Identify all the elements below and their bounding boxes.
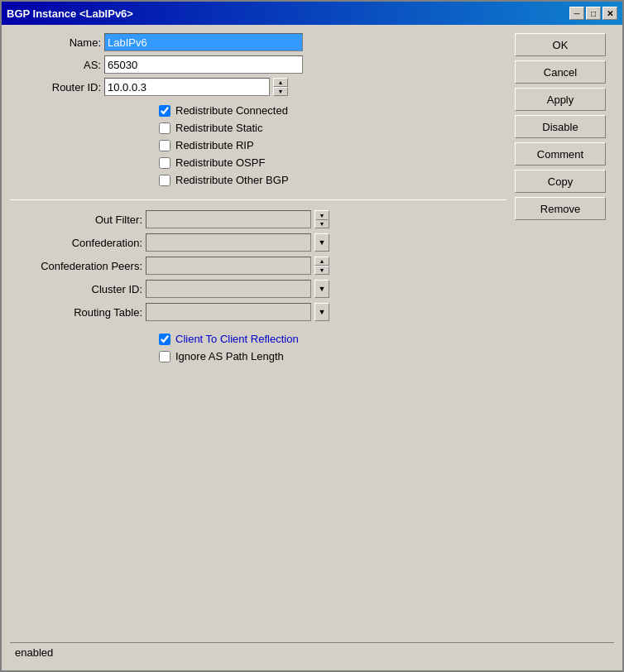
confederation-peers-row: Confederation Peers: ▲ ▼ — [10, 257, 506, 275]
cluster-id-dropdown-button[interactable]: ▼ — [314, 280, 329, 298]
cluster-id-input[interactable] — [146, 280, 311, 298]
redistribute-rip-checkbox[interactable] — [159, 140, 170, 151]
redistribute-other-bgp-label: Redistribute Other BGP — [175, 174, 289, 186]
left-panel: Name: AS: Router ID: ▲ ▼ — [10, 33, 506, 637]
redistribute-ospf-label: Redistribute OSPF — [175, 156, 265, 169]
as-input[interactable] — [104, 55, 303, 74]
router-id-label: Router ID: — [10, 81, 101, 94]
window-title: BGP Instance <LabIPv6> — [7, 7, 133, 20]
status-text: enabled — [15, 646, 53, 659]
router-id-down-button[interactable]: ▼ — [273, 87, 288, 96]
title-bar-buttons: ─ □ ✕ — [569, 7, 617, 20]
out-filter-row: Out Filter: ▼ ▼ — [10, 210, 506, 228]
close-button[interactable]: ✕ — [602, 7, 617, 20]
out-filter-label: Out Filter: — [10, 214, 142, 226]
redistribute-static-row: Redistribute Static — [10, 122, 506, 134]
minimize-button[interactable]: ─ — [569, 7, 584, 20]
comment-button[interactable]: Comment — [515, 142, 606, 166]
routing-table-label: Routing Table: — [10, 306, 142, 319]
redistribute-connected-checkbox[interactable] — [159, 105, 170, 117]
conf-peers-down-button[interactable]: ▼ — [314, 266, 329, 275]
name-row: Name: — [10, 33, 506, 51]
apply-button[interactable]: Apply — [515, 88, 606, 111]
window-body: Name: AS: Router ID: ▲ ▼ — [2, 25, 622, 670]
confederation-peers-spinner: ▲ ▼ — [314, 257, 329, 275]
copy-button[interactable]: Copy — [515, 170, 606, 193]
redistribute-ospf-row: Redistribute OSPF — [10, 156, 506, 169]
out-filter-dropdown-button[interactable]: ▼ ▼ — [314, 210, 329, 228]
ignore-as-path-row: Ignore AS Path Length — [10, 350, 506, 362]
disable-button[interactable]: Disable — [515, 115, 606, 138]
name-label: Name: — [10, 36, 101, 49]
as-row: AS: — [10, 55, 506, 74]
cluster-id-row: Cluster ID: ▼ — [10, 280, 506, 298]
cluster-id-label: Cluster ID: — [10, 283, 142, 295]
title-bar: BGP Instance <LabIPv6> ─ □ ✕ — [2, 2, 622, 25]
router-id-up-button[interactable]: ▲ — [273, 78, 288, 87]
confederation-input[interactable] — [146, 233, 311, 252]
client-reflection-checkbox[interactable] — [159, 334, 170, 345]
routing-table-row: Routing Table: ▼ — [10, 303, 506, 321]
redistribute-static-label: Redistribute Static — [175, 122, 263, 134]
remove-button[interactable]: Remove — [515, 197, 606, 220]
separator — [10, 199, 506, 200]
redistribute-connected-row: Redistribute Connected — [10, 104, 506, 117]
combos-section: Out Filter: ▼ ▼ Confederation: ▼ — [10, 210, 506, 321]
routing-table-input[interactable] — [146, 303, 311, 321]
as-label: AS: — [10, 59, 101, 71]
bgp-instance-window: BGP Instance <LabIPv6> ─ □ ✕ Name: — [0, 0, 624, 672]
confederation-row: Confederation: ▼ — [10, 233, 506, 252]
redistribute-other-bgp-row: Redistribute Other BGP — [10, 174, 506, 186]
redistribute-static-checkbox[interactable] — [159, 122, 170, 134]
redistribute-ospf-checkbox[interactable] — [159, 157, 170, 169]
fields-section: Name: AS: Router ID: ▲ ▼ — [10, 33, 506, 96]
conf-peers-up-button[interactable]: ▲ — [314, 257, 329, 266]
ignore-as-path-label: Ignore AS Path Length — [175, 350, 284, 362]
checkboxes-section: Redistribute Connected Redistribute Stat… — [10, 104, 506, 186]
cancel-button[interactable]: Cancel — [515, 60, 606, 84]
confederation-label: Confederation: — [10, 237, 142, 249]
router-id-spinner: ▲ ▼ — [273, 78, 288, 96]
name-input[interactable] — [104, 33, 303, 51]
redistribute-rip-row: Redistribute RIP — [10, 139, 506, 151]
redistribute-connected-label: Redistribute Connected — [175, 104, 288, 117]
confederation-dropdown-button[interactable]: ▼ — [314, 233, 329, 252]
bottom-checkboxes-section: Client To Client Reflection Ignore AS Pa… — [10, 333, 506, 362]
router-id-row: Router ID: ▲ ▼ — [10, 78, 506, 96]
main-content: Name: AS: Router ID: ▲ ▼ — [10, 33, 614, 637]
right-panel: OK Cancel Apply Disable Comment Copy Rem… — [515, 33, 614, 637]
redistribute-other-bgp-checkbox[interactable] — [159, 175, 170, 186]
ok-button[interactable]: OK — [515, 33, 606, 56]
confederation-peers-input[interactable] — [146, 257, 311, 275]
redistribute-rip-label: Redistribute RIP — [175, 139, 254, 151]
routing-table-dropdown-button[interactable]: ▼ — [314, 303, 329, 321]
ignore-as-path-checkbox[interactable] — [159, 351, 170, 362]
confederation-peers-label: Confederation Peers: — [10, 260, 142, 272]
client-reflection-label: Client To Client Reflection — [175, 333, 299, 345]
client-reflection-row: Client To Client Reflection — [10, 333, 506, 345]
router-id-input[interactable] — [104, 78, 270, 96]
maximize-button[interactable]: □ — [586, 7, 601, 20]
out-filter-input[interactable] — [146, 210, 311, 228]
status-bar: enabled — [10, 642, 614, 662]
